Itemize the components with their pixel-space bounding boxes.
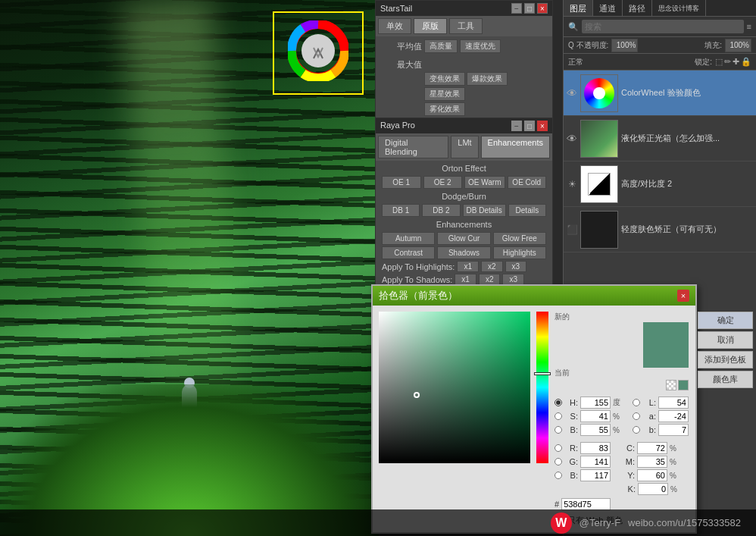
stars-close[interactable]: × bbox=[537, 3, 548, 14]
raya-sh-x2-btn[interactable]: x2 bbox=[479, 274, 501, 285]
stars-fog-btn[interactable]: 雾化效果 bbox=[424, 102, 465, 116]
raya-glow-cur-btn[interactable]: Glow Cur bbox=[437, 232, 490, 245]
layer-item-adjustment[interactable]: ☀ 高度/对比度 2 bbox=[564, 161, 756, 207]
tab-blog[interactable]: 思念设计博客 bbox=[652, 0, 706, 16]
input-R[interactable] bbox=[580, 442, 611, 454]
raya-oe-cold-btn[interactable]: OE Cold bbox=[508, 176, 547, 189]
layer-info-1: ColorWheel 验验颜色 bbox=[621, 87, 753, 99]
radio-L[interactable] bbox=[633, 399, 640, 406]
picker-color-libraries-btn[interactable]: 颜色库 bbox=[698, 371, 753, 388]
radio-R[interactable] bbox=[555, 444, 562, 452]
input-B2[interactable] bbox=[580, 469, 611, 481]
stars-titlebar[interactable]: StarsTail − □ × bbox=[376, 1, 552, 16]
raya-db2-btn[interactable]: DB 2 bbox=[422, 204, 460, 217]
blend-label: 正常 bbox=[568, 57, 583, 67]
tab-channels[interactable]: 通道 bbox=[593, 0, 623, 16]
stars-high-quality-btn[interactable]: 高质量 bbox=[424, 39, 458, 53]
input-S[interactable] bbox=[580, 410, 611, 422]
label-B2: B: bbox=[564, 471, 578, 480]
stars-tab-tools[interactable]: 工具 bbox=[449, 18, 483, 34]
input-C[interactable] bbox=[637, 442, 667, 454]
stars-maximize[interactable]: □ bbox=[524, 3, 535, 14]
layer-item-forest[interactable]: 👁 液化矫正光箱（怎么加强... bbox=[564, 116, 756, 161]
raya-titlebar[interactable]: Raya Pro − □ × bbox=[376, 118, 552, 133]
radio-a[interactable] bbox=[633, 412, 640, 420]
opacity-input[interactable] bbox=[611, 39, 638, 52]
search-input[interactable] bbox=[582, 20, 744, 33]
picker-gradient[interactable] bbox=[379, 312, 530, 463]
stars-minimize[interactable]: − bbox=[511, 3, 522, 14]
tab-paths[interactable]: 路径 bbox=[623, 0, 652, 16]
input-Y[interactable] bbox=[637, 469, 667, 481]
layer-name-4: 轻度肤色矫正（可有可无） bbox=[621, 224, 753, 235]
layer-item-dark[interactable]: ⬛ 轻度肤色矫正（可有可无） bbox=[564, 207, 756, 252]
raya-glow-free-btn[interactable]: Glow Free bbox=[493, 232, 546, 245]
raya-oe2-btn[interactable]: OE 2 bbox=[423, 176, 463, 189]
fill-input[interactable] bbox=[725, 39, 751, 52]
radio-H[interactable] bbox=[555, 399, 562, 406]
stars-section-average: 平均值 高质量 速度优先 bbox=[376, 36, 552, 56]
input-G[interactable] bbox=[580, 456, 611, 468]
picker-add-swatch-btn[interactable]: 添加到色板 bbox=[698, 351, 753, 368]
picker-titlebar[interactable]: 拾色器（前景色） × bbox=[373, 286, 695, 306]
stars-zoom-btn[interactable]: 变焦效果 bbox=[424, 72, 465, 86]
hex-input[interactable] bbox=[561, 498, 611, 510]
label-R: R: bbox=[564, 444, 578, 453]
raya-sh-x1-btn[interactable]: x1 bbox=[455, 274, 476, 285]
raya-highlights-btn[interactable]: Highlights bbox=[493, 246, 546, 259]
raya-hl-x2-btn[interactable]: x2 bbox=[481, 261, 503, 272]
raya-db1-btn[interactable]: DB 1 bbox=[382, 204, 420, 217]
stars-tabs: 单效 原版 工具 bbox=[376, 16, 552, 36]
picker-close-btn[interactable]: × bbox=[677, 290, 689, 302]
layer-item-colorwheel[interactable]: 👁 ColorWheel 验验颜色 bbox=[564, 71, 756, 116]
raya-tab-enhancements[interactable]: Enhancements bbox=[481, 136, 550, 158]
input-L[interactable] bbox=[658, 397, 689, 409]
input-M[interactable] bbox=[637, 456, 667, 468]
stars-explosion-btn[interactable]: 爆款效果 bbox=[467, 72, 508, 86]
input-K[interactable] bbox=[638, 483, 668, 495]
lock-transparent-icon[interactable]: ⬚ bbox=[715, 57, 723, 67]
lock-brush-icon[interactable]: ✏ bbox=[724, 57, 731, 67]
raya-oe1-btn[interactable]: OE 1 bbox=[382, 176, 421, 189]
raya-sh-x3-btn[interactable]: x3 bbox=[502, 274, 524, 285]
radio-B2[interactable] bbox=[555, 472, 562, 479]
input-b[interactable] bbox=[658, 424, 689, 436]
raya-orton-title: Orton Effect bbox=[379, 162, 549, 174]
stars-speed-btn[interactable]: 速度优先 bbox=[460, 39, 501, 53]
stars-tab-original[interactable]: 原版 bbox=[414, 18, 447, 34]
input-H[interactable] bbox=[580, 397, 611, 409]
stars-tab-single[interactable]: 单效 bbox=[378, 18, 411, 34]
radio-B[interactable] bbox=[555, 426, 562, 434]
picker-cancel-btn[interactable]: 取消 bbox=[698, 331, 753, 349]
label-Y: Y: bbox=[621, 471, 635, 480]
layer-eye-2[interactable]: 👁 bbox=[567, 133, 577, 145]
raya-details-btn[interactable]: Details bbox=[508, 204, 546, 217]
raya-autumn-btn[interactable]: Autumn bbox=[382, 232, 435, 245]
picker-cursor bbox=[414, 392, 420, 398]
raya-close[interactable]: × bbox=[537, 121, 548, 131]
radio-b[interactable] bbox=[633, 426, 640, 434]
raya-shadows-btn[interactable]: Shadows bbox=[437, 246, 490, 259]
input-B[interactable] bbox=[580, 424, 611, 436]
layer-eye-3[interactable]: ☀ bbox=[567, 179, 577, 190]
picker-hue-bar[interactable] bbox=[536, 312, 548, 463]
layer-eye-4[interactable]: ⬛ bbox=[567, 224, 577, 235]
raya-contrast-btn[interactable]: Contrast bbox=[382, 246, 435, 259]
raya-oe-warm-btn[interactable]: OE Warm bbox=[464, 176, 505, 189]
lock-move-icon[interactable]: ✚ bbox=[733, 57, 739, 67]
lock-all-icon[interactable]: 🔒 bbox=[741, 57, 751, 67]
raya-hl-x3-btn[interactable]: x3 bbox=[505, 261, 527, 272]
raya-minimize[interactable]: − bbox=[511, 121, 522, 131]
raya-tab-lmt[interactable]: LMt bbox=[451, 136, 478, 158]
raya-maximize[interactable]: □ bbox=[524, 121, 535, 131]
raya-hl-x1-btn[interactable]: x1 bbox=[457, 261, 479, 272]
radio-G[interactable] bbox=[555, 458, 562, 465]
tab-layers[interactable]: 图层 bbox=[564, 0, 593, 16]
radio-S[interactable] bbox=[555, 412, 562, 420]
picker-ok-btn[interactable]: 确定 bbox=[698, 312, 753, 329]
stars-star-btn[interactable]: 星星效果 bbox=[424, 87, 465, 101]
input-a[interactable] bbox=[658, 410, 689, 422]
layer-eye-1[interactable]: 👁 bbox=[567, 87, 577, 99]
raya-tab-digital[interactable]: Digital Blending bbox=[378, 136, 448, 158]
raya-db-details-btn[interactable]: DB Details bbox=[463, 204, 506, 217]
